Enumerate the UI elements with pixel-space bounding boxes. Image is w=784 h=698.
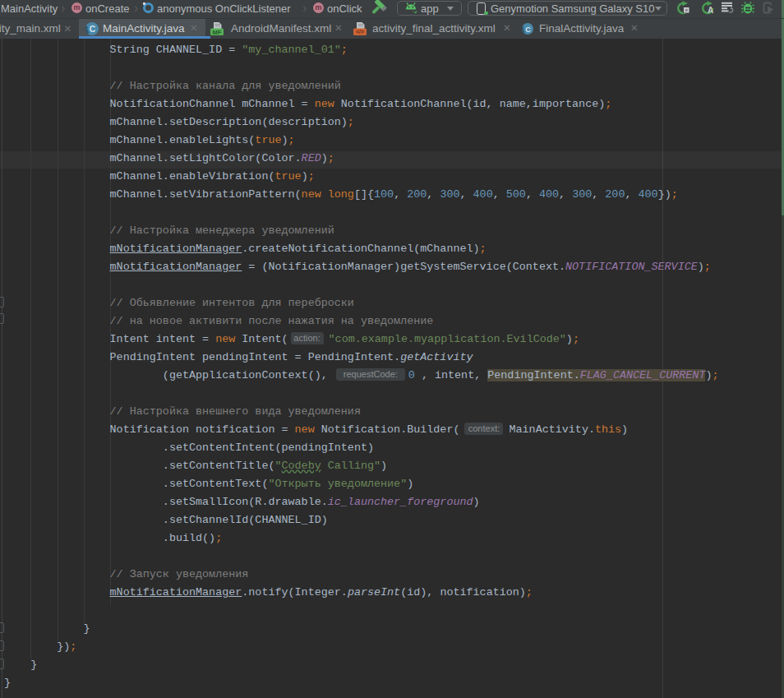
svg-text:MF: MF: [213, 29, 222, 36]
svg-text:</>: </>: [356, 29, 364, 35]
svg-text:C: C: [90, 24, 96, 34]
svg-text:A: A: [708, 6, 713, 15]
svg-text:C: C: [525, 25, 531, 34]
